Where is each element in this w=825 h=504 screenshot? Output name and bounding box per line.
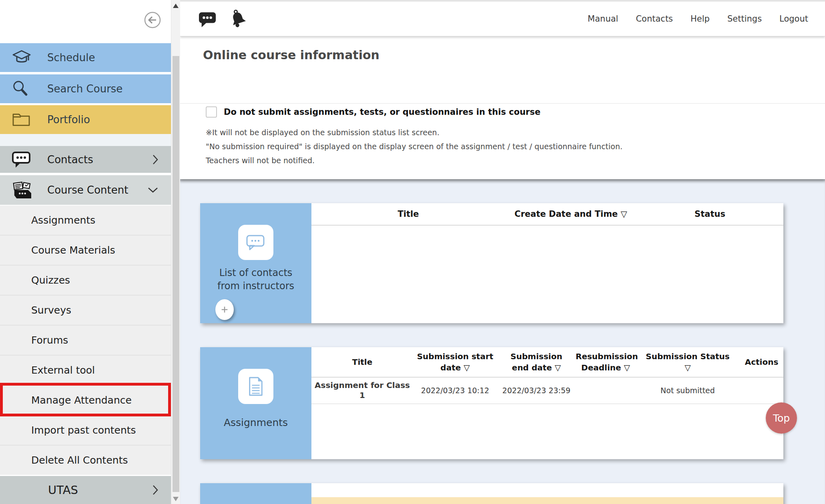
sidebar-item-delete-all-contents[interactable]: Delete All Contents	[0, 445, 171, 475]
page-title: Online course information	[203, 48, 379, 62]
column-header-title: Title	[311, 203, 505, 225]
chevron-down-icon	[148, 187, 158, 193]
graduation-cap-icon	[11, 48, 34, 67]
scroll-to-top-button[interactable]: Top	[766, 402, 797, 434]
note-line: ※It will not be displayed on the submiss…	[206, 128, 622, 137]
folder-icon	[11, 111, 34, 128]
assignment-resubmission	[576, 377, 636, 404]
sidebar-item-course-materials[interactable]: Course Materials	[0, 235, 171, 265]
assignment-end-date: 2022/03/23 23:59	[497, 377, 576, 404]
no-submission-checkbox[interactable]	[206, 106, 217, 118]
sidebar-spacer	[0, 134, 171, 146]
course-info-panel: Online course information Do not submit …	[180, 38, 825, 179]
sidebar-item-manage-attendance[interactable]: Manage Attendance	[0, 385, 171, 415]
topbar: Manual Contacts Help Settings Logout	[180, 0, 825, 36]
main-area: Manual Contacts Help Settings Logout Onl…	[180, 0, 825, 504]
next-section-panel	[200, 483, 311, 504]
bell-icon[interactable]	[227, 8, 249, 30]
column-header-submission-status[interactable]: Submission Status ▽	[636, 347, 740, 377]
link-contacts[interactable]: Contacts	[636, 14, 673, 24]
link-logout[interactable]: Logout	[779, 14, 808, 24]
sidebar-item-label: Course Content	[47, 184, 128, 196]
scroll-down-arrow-icon[interactable]	[173, 497, 179, 501]
column-header-submission-end[interactable]: Submission end date ▽	[497, 347, 576, 377]
next-section-table	[311, 483, 783, 504]
sidebar-item-import-past-contents[interactable]: Import past contents	[0, 415, 171, 445]
scrollbar-thumb[interactable]	[173, 56, 179, 492]
link-manual[interactable]: Manual	[588, 14, 618, 24]
sidebar-item-portfolio[interactable]: Portfolio	[0, 105, 171, 134]
sidebar-item-label: Contacts	[47, 154, 93, 166]
link-help[interactable]: Help	[691, 14, 710, 24]
topbar-icons	[198, 8, 249, 30]
speech-bubble-icon	[11, 150, 34, 169]
chevron-right-icon	[153, 154, 158, 165]
divider	[180, 103, 825, 104]
next-section-header-row	[311, 483, 783, 497]
collapse-sidebar-button[interactable]	[144, 11, 161, 29]
sidebar-item-label: Portfolio	[47, 114, 90, 126]
next-section-highlight-row	[311, 497, 783, 504]
sidebar-item-assignments[interactable]: Assignments	[0, 205, 171, 235]
assignments-section-card: Assignments Title Submission start date …	[200, 347, 783, 459]
contacts-card-icon	[238, 225, 273, 260]
sidebar-item-label: UTAS	[48, 483, 78, 497]
topbar-links: Manual Contacts Help Settings Logout	[588, 14, 808, 24]
chevron-right-icon	[153, 485, 158, 495]
content-area: List of contacts from instructors Ti	[180, 179, 825, 504]
assignment-start-date: 2022/03/23 10:12	[413, 377, 497, 404]
assignments-panel-label: Assignments	[200, 416, 311, 429]
column-header-actions: Actions	[740, 347, 783, 377]
contacts-section-card: List of contacts from instructors Ti	[200, 203, 783, 323]
sidebar-item-label: Assignments	[31, 214, 95, 226]
column-header-resubmission-deadline[interactable]: Resubmission Deadline ▽	[576, 347, 636, 377]
document-card-icon	[238, 369, 273, 404]
sidebar-item-forums[interactable]: Forums	[0, 325, 171, 355]
column-header-submission-start[interactable]: Submission start date ▽	[413, 347, 497, 377]
link-settings[interactable]: Settings	[727, 14, 762, 24]
sidebar-item-label: Schedule	[47, 52, 95, 64]
note-line: "No submission required" is displayed on…	[206, 142, 622, 151]
back-arrow-icon	[144, 11, 161, 29]
sidebar-header	[0, 0, 171, 43]
checkbox-notes: ※It will not be displayed on the submiss…	[206, 123, 622, 165]
column-header-status: Status	[636, 203, 783, 225]
message-icon[interactable]	[198, 10, 218, 28]
checkbox-label: Do not submit assignments, tests, or que…	[224, 107, 540, 117]
sidebar-item-label: Delete All Contents	[31, 454, 128, 466]
sidebar-item-external-tool[interactable]: External tool	[0, 355, 171, 385]
no-submission-checkbox-row: Do not submit assignments, tests, or que…	[206, 106, 540, 118]
sidebar-item-label: Search Course	[47, 83, 122, 95]
contacts-table: Title Create Date and Time ▽ Status	[311, 203, 783, 323]
assignments-panel: Assignments	[200, 347, 311, 459]
sidebar-item-label: Surveys	[31, 304, 71, 316]
contacts-panel: List of contacts from instructors	[200, 203, 311, 323]
plus-icon	[220, 305, 229, 314]
sidebar-item-course-content[interactable]: Course Content	[0, 175, 171, 205]
sidebar-item-contacts[interactable]: Contacts	[0, 146, 171, 173]
sidebar-item-label: External tool	[31, 364, 95, 376]
magnifier-icon	[11, 80, 34, 98]
column-header-create-date[interactable]: Create Date and Time ▽	[505, 203, 636, 225]
add-contact-button[interactable]	[215, 299, 234, 320]
sidebar-item-quizzes[interactable]: Quizzes	[0, 265, 171, 295]
sidebar-scrollbar[interactable]	[171, 0, 180, 504]
assignment-row: Assignment for Class 1 2022/03/23 10:12 …	[311, 377, 783, 404]
sidebar: Schedule Search Course Portfolio	[0, 0, 171, 504]
note-line: Teachers will not be notified.	[206, 156, 622, 165]
sidebar-item-schedule[interactable]: Schedule	[0, 43, 171, 72]
next-section-card	[200, 483, 783, 504]
sidebar-item-search-course[interactable]: Search Course	[0, 74, 171, 103]
sidebar-item-label: Quizzes	[31, 274, 70, 286]
sidebar-item-label: Course Materials	[31, 244, 115, 256]
assignment-actions	[740, 377, 783, 404]
contacts-panel-label: List of contacts from instructors	[200, 266, 311, 293]
assignment-status: Not submitted	[636, 377, 740, 404]
sidebar-item-label: Manage Attendance	[31, 394, 132, 406]
column-header-title: Title	[311, 347, 413, 377]
sidebar-item-utas[interactable]: UTAS	[0, 476, 171, 504]
assignment-title: Assignment for Class 1	[311, 377, 413, 404]
screen: Schedule Search Course Portfolio	[0, 0, 825, 504]
scroll-up-arrow-icon[interactable]	[173, 4, 179, 8]
sidebar-item-surveys[interactable]: Surveys	[0, 295, 171, 325]
